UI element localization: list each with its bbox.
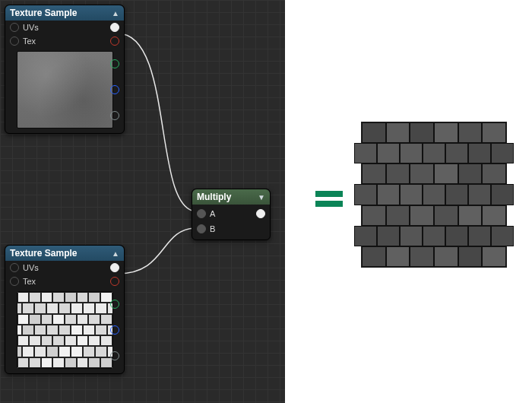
output-pin-white-icon[interactable] [110, 263, 119, 272]
output-pin-red-icon[interactable] [110, 36, 119, 46]
uv-input-row[interactable]: UVs [5, 261, 124, 274]
output-pin-alpha-icon[interactable] [110, 111, 119, 120]
node-title[interactable]: Multiply ▼ [192, 189, 270, 205]
pin-icon[interactable] [10, 277, 19, 286]
node-title-label: Texture Sample [10, 8, 77, 18]
output-pin-green-icon[interactable] [110, 59, 119, 68]
uv-label: UVs [23, 263, 106, 272]
node-title-label: Texture Sample [10, 248, 77, 259]
output-pin-icon[interactable] [256, 209, 265, 218]
tex-label: Tex [23, 277, 106, 286]
a-label: A [210, 209, 215, 218]
node-title[interactable]: Texture Sample ▲ [5, 5, 124, 21]
input-pin-b-icon[interactable] [197, 224, 206, 233]
output-pin-white-icon[interactable] [110, 23, 119, 32]
output-pin-blue-icon[interactable] [110, 85, 119, 94]
tex-input-row[interactable]: Tex [5, 34, 124, 48]
node-title[interactable]: Texture Sample ▲ [5, 246, 124, 261]
texture-sample-node-1[interactable]: Texture Sample ▲ UVs Tex [5, 5, 125, 134]
node-title-label: Multiply [197, 192, 231, 202]
tex-input-row[interactable]: Tex [5, 274, 124, 288]
b-label: B [210, 224, 215, 233]
material-graph-panel[interactable]: Texture Sample ▲ UVs Tex Texture Sample … [0, 0, 285, 403]
collapse-arrow-icon[interactable]: ▼ [258, 193, 265, 202]
output-pin-blue-icon[interactable] [110, 325, 119, 335]
collapse-arrow-icon[interactable]: ▲ [112, 9, 119, 17]
output-pin-green-icon[interactable] [110, 300, 119, 309]
tex-label: Tex [23, 36, 106, 46]
pin-icon[interactable] [10, 36, 19, 46]
pin-icon[interactable] [10, 23, 19, 32]
uv-label: UVs [23, 23, 106, 32]
texture-sample-node-2[interactable]: Texture Sample ▲ UVs Tex [5, 245, 125, 374]
collapse-arrow-icon[interactable]: ▲ [112, 249, 119, 258]
output-pin-alpha-icon[interactable] [110, 351, 119, 360]
result-texture [361, 122, 507, 268]
equals-icon [315, 187, 343, 211]
pin-icon[interactable] [10, 263, 19, 272]
input-pin-a-icon[interactable] [197, 209, 206, 218]
input-a-row[interactable]: A [192, 206, 270, 221]
uv-input-row[interactable]: UVs [5, 21, 124, 34]
multiply-node[interactable]: Multiply ▼ A B [192, 189, 271, 240]
texture-preview-concrete [17, 51, 113, 129]
texture-preview-bricks [17, 291, 113, 369]
output-pin-red-icon[interactable] [110, 277, 119, 286]
input-b-row[interactable]: B [192, 221, 270, 236]
